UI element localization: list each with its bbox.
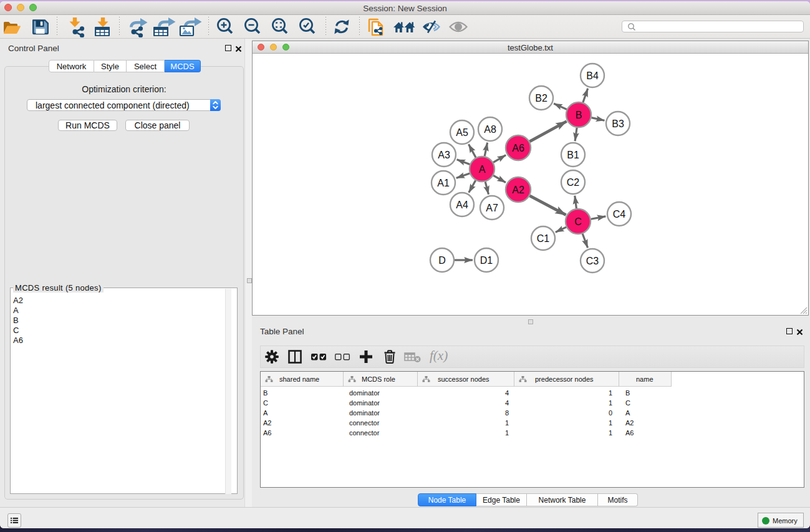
svg-text:C3: C3 bbox=[586, 256, 599, 266]
svg-text:A2: A2 bbox=[512, 185, 524, 195]
svg-text:C1: C1 bbox=[537, 233, 550, 244]
svg-text:A6: A6 bbox=[512, 143, 524, 153]
svg-text:A3: A3 bbox=[438, 150, 450, 160]
svg-text:B1: B1 bbox=[567, 150, 579, 160]
svg-text:B2: B2 bbox=[535, 93, 547, 104]
svg-text:D1: D1 bbox=[480, 255, 493, 266]
svg-text:C: C bbox=[574, 216, 582, 227]
svg-text:A7: A7 bbox=[486, 203, 498, 213]
svg-text:D: D bbox=[438, 255, 446, 266]
svg-text:C2: C2 bbox=[567, 177, 580, 188]
svg-text:A4: A4 bbox=[456, 200, 468, 210]
svg-text:A: A bbox=[479, 164, 486, 175]
svg-text:B: B bbox=[576, 110, 582, 120]
svg-text:B4: B4 bbox=[586, 70, 599, 81]
svg-text:A8: A8 bbox=[484, 124, 496, 135]
svg-text:A5: A5 bbox=[456, 127, 468, 138]
svg-text:C4: C4 bbox=[613, 209, 626, 220]
svg-text:A1: A1 bbox=[437, 178, 450, 188]
svg-text:B3: B3 bbox=[612, 118, 624, 129]
